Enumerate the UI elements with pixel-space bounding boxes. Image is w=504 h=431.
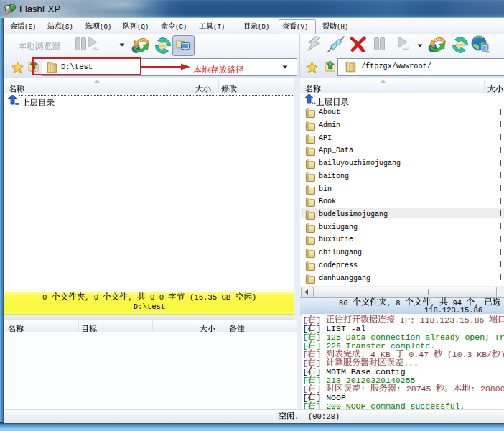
- svg-text:GO: GO: [93, 46, 98, 50]
- svg-text:GO: GO: [403, 46, 409, 50]
